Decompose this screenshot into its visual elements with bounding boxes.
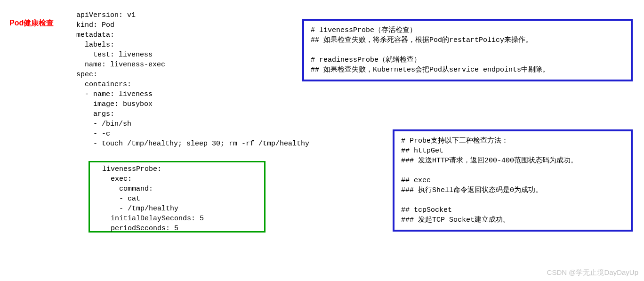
document-title: Pod健康检查	[9, 18, 54, 28]
yaml-liveness-probe-box: livenessProbe: exec: command: - cat - /t…	[89, 161, 266, 233]
watermark: CSDN @学无止境DayDayUp	[547, 267, 638, 277]
yaml-manifest-top: apiVersion: v1 kind: Pod metadata: label…	[76, 10, 309, 149]
note-probe-methods-box: # Probe支持以下三种检查方法： ## httpGet ### 发送HTTP…	[393, 129, 633, 232]
note-probe-types-box: # livenessProbe（存活检查） ## 如果检查失败，将杀死容器，根据…	[302, 19, 633, 81]
